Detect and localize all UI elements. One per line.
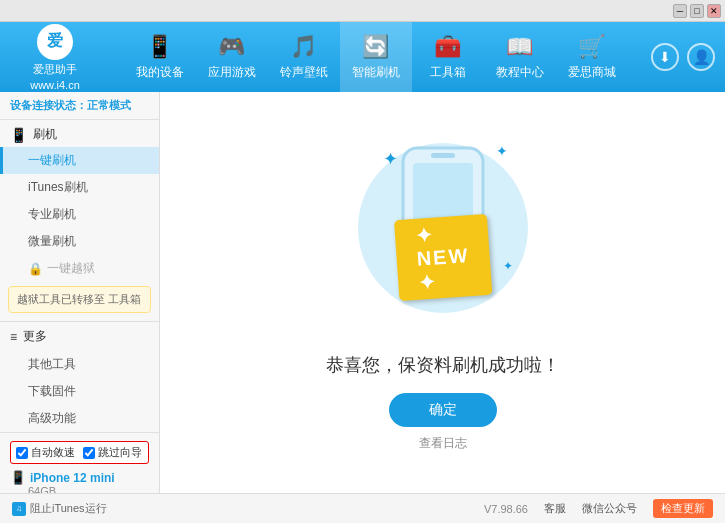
jailbreak-warning-box: 越狱工具已转移至 工具箱 [8,286,151,313]
more-section-header[interactable]: ≡ 更多 [0,321,159,351]
jailbreak-label: 一键越狱 [47,260,95,277]
nav-label-toolbox: 工具箱 [430,64,466,81]
sidebar-item-download-firmware[interactable]: 下载固件 [0,378,159,405]
sidebar-item-micro-flash[interactable]: 微量刷机 [0,228,159,255]
continue-link[interactable]: 查看日志 [419,435,467,452]
nav-item-toolbox[interactable]: 🧰 工具箱 [412,22,484,92]
close-button[interactable]: ✕ [707,4,721,18]
wechat-link[interactable]: 微信公众号 [582,501,637,516]
top-nav: 爱 爱思助手 www.i4.cn 📱 我的设备 🎮 应用游戏 🎵 铃声壁纸 🔄 … [0,22,725,92]
skip-wizard-checkbox[interactable]: 跳过向导 [83,445,142,460]
skip-wizard-input[interactable] [83,447,95,459]
other-tools-label: 其他工具 [28,357,76,371]
sidebar-item-pro-flash[interactable]: 专业刷机 [0,201,159,228]
nav-label-my-device: 我的设备 [136,64,184,81]
sidebar: 设备连接状态：正常模式 📱 刷机 一键刷机 iTunes刷机 专业刷机 微量刷机… [0,92,160,493]
user-button[interactable]: 👤 [687,43,715,71]
confirm-button[interactable]: 确定 [389,393,497,427]
title-bar: ─ □ ✕ [0,0,725,22]
apps-games-icon: 🎮 [218,34,245,60]
flash-section-icon: 📱 [10,127,27,143]
success-message: 恭喜您，保资料刷机成功啦！ [326,353,560,377]
nav-label-store: 爱思商城 [568,64,616,81]
itunes-icon: ♫ [12,502,26,516]
download-firmware-label: 下载固件 [28,384,76,398]
status-bar: 设备连接状态：正常模式 [0,92,159,120]
micro-flash-label: 微量刷机 [28,234,76,248]
auto-flash-input[interactable] [16,447,28,459]
nav-item-smart-flash[interactable]: 🔄 智能刷机 [340,22,412,92]
nav-items: 📱 我的设备 🎮 应用游戏 🎵 铃声壁纸 🔄 智能刷机 🧰 工具箱 📖 教程中心… [110,22,641,92]
section-flash-header[interactable]: 📱 刷机 [0,120,159,147]
pro-flash-label: 专业刷机 [28,207,76,221]
minimize-button[interactable]: ─ [673,4,687,18]
nav-label-apps-games: 应用游戏 [208,64,256,81]
nav-label-ringtones: 铃声壁纸 [280,64,328,81]
customer-service-link[interactable]: 客服 [544,501,566,516]
nav-item-ringtones[interactable]: 🎵 铃声壁纸 [268,22,340,92]
bottom-left: ♫ 阻止iTunes运行 [12,501,464,516]
logo-area: 爱 爱思助手 www.i4.cn [10,24,100,91]
nav-item-tutorials[interactable]: 📖 教程中心 [484,22,556,92]
nav-right-buttons: ⬇ 👤 [651,43,715,71]
content-area: ✦ ✦ ✦ ✦ NEW ✦ [160,92,725,493]
itunes-flash-label: iTunes刷机 [28,180,88,194]
device-icon: 📱 [10,470,26,485]
warning-text: 越狱工具已转移至 工具箱 [17,293,141,305]
nav-item-apps-games[interactable]: 🎮 应用游戏 [196,22,268,92]
bottom-right: V7.98.66 客服 微信公众号 检查更新 [484,499,713,518]
sidebar-bottom: 自动敛速 跳过向导 📱 iPhone 12 mini 64GB Down-12m… [0,432,159,493]
sidebar-item-other-tools[interactable]: 其他工具 [0,351,159,378]
auto-flash-label: 自动敛速 [31,445,75,460]
auto-flash-checkbox[interactable]: 自动敛速 [16,445,75,460]
one-click-flash-label: 一键刷机 [28,153,76,167]
itunes-label: 阻止iTunes运行 [30,501,107,516]
check-update-button[interactable]: 检查更新 [653,499,713,518]
tutorials-icon: 📖 [506,34,533,60]
skip-wizard-label: 跳过向导 [98,445,142,460]
phone-wrap: ✦ ✦ ✦ ✦ NEW ✦ [353,143,533,298]
logo-line2: www.i4.cn [30,79,80,91]
logo-line1: 爱思助手 [33,62,77,77]
nav-item-my-device[interactable]: 📱 我的设备 [124,22,196,92]
logo-icon: 爱 [37,24,73,60]
device-info: 📱 iPhone 12 mini 64GB Down-12mini-13,1 [10,470,149,493]
toolbox-icon: 🧰 [434,34,461,60]
download-button[interactable]: ⬇ [651,43,679,71]
checkboxes-row: 自动敛速 跳过向导 [10,441,149,464]
status-label: 设备连接状态： [10,99,87,111]
smart-flash-icon: 🔄 [362,34,389,60]
device-storage: 64GB [10,485,149,493]
advanced-label: 高级功能 [28,411,76,425]
status-value: 正常模式 [87,99,131,111]
store-icon: 🛒 [578,34,605,60]
device-name: iPhone 12 mini [30,471,115,485]
main-area: 设备连接状态：正常模式 📱 刷机 一键刷机 iTunes刷机 专业刷机 微量刷机… [0,92,725,493]
ringtones-icon: 🎵 [290,34,317,60]
sidebar-item-itunes-flash[interactable]: iTunes刷机 [0,174,159,201]
section-flash-label: 刷机 [33,126,57,143]
version-text: V7.98.66 [484,503,528,515]
bottom-bar: ♫ 阻止iTunes运行 V7.98.66 客服 微信公众号 检查更新 [0,493,725,523]
new-badge: ✦ NEW ✦ [393,214,491,301]
sidebar-item-jailbreak-disabled: 🔒 一键越狱 [0,255,159,282]
my-device-icon: 📱 [146,34,173,60]
itunes-control[interactable]: ♫ 阻止iTunes运行 [12,501,107,516]
nav-label-tutorials: 教程中心 [496,64,544,81]
svg-rect-2 [431,153,455,158]
more-section-label: 更多 [23,328,47,345]
nav-label-smart-flash: 智能刷机 [352,64,400,81]
sidebar-item-advanced[interactable]: 高级功能 [0,405,159,432]
nav-item-store[interactable]: 🛒 爱思商城 [556,22,628,92]
phone-illustration: ✦ ✦ ✦ ✦ NEW ✦ [353,133,533,333]
lock-icon: 🔒 [28,262,43,276]
maximize-button[interactable]: □ [690,4,704,18]
sidebar-item-one-click-flash[interactable]: 一键刷机 [0,147,159,174]
